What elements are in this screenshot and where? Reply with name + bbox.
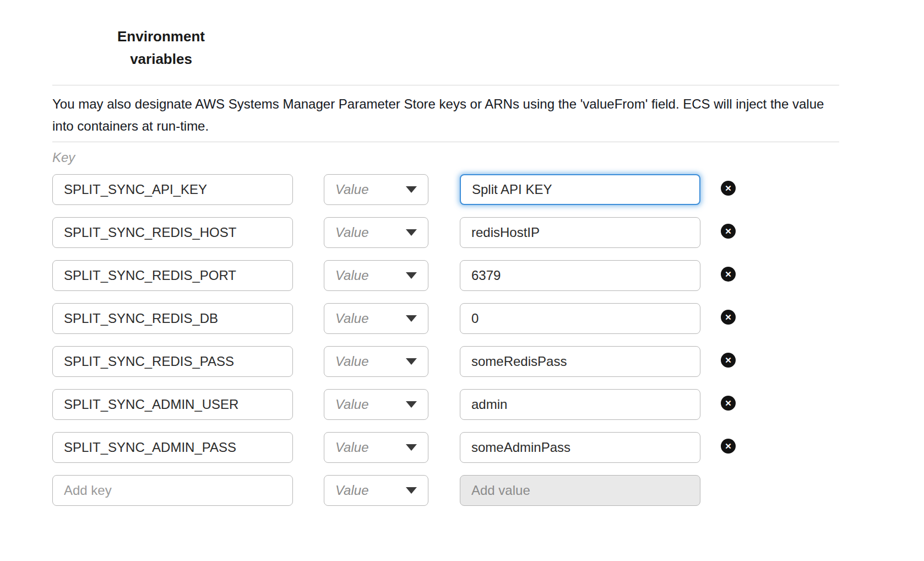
caret-down-icon bbox=[406, 487, 417, 494]
add-value-input[interactable] bbox=[460, 475, 700, 506]
value-type-select[interactable]: Value bbox=[324, 346, 428, 377]
env-key-input[interactable] bbox=[52, 346, 293, 377]
value-type-label: Value bbox=[335, 354, 369, 369]
circle-x-icon: ✕ bbox=[721, 396, 736, 411]
caret-down-icon bbox=[406, 229, 417, 236]
env-var-row: Value ✕ bbox=[52, 389, 924, 420]
remove-row-button[interactable]: ✕ bbox=[721, 224, 736, 239]
value-type-select[interactable]: Value bbox=[324, 475, 428, 506]
caret-down-icon bbox=[406, 186, 417, 193]
circle-x-icon: ✕ bbox=[721, 181, 736, 196]
remove-row-button[interactable]: ✕ bbox=[721, 310, 736, 325]
env-key-input[interactable] bbox=[52, 303, 293, 334]
circle-x-icon: ✕ bbox=[721, 310, 736, 325]
env-var-row: Value ✕ bbox=[52, 346, 924, 377]
value-type-label: Value bbox=[335, 483, 369, 498]
env-value-input[interactable] bbox=[460, 432, 700, 463]
circle-x-icon: ✕ bbox=[721, 267, 736, 282]
env-value-input[interactable] bbox=[460, 174, 700, 205]
divider-mid bbox=[52, 142, 839, 142]
key-column-header: Key bbox=[52, 150, 924, 165]
environment-variables-label: Environment variables bbox=[102, 25, 220, 71]
caret-down-icon bbox=[406, 444, 417, 451]
caret-down-icon bbox=[406, 358, 417, 365]
env-value-input[interactable] bbox=[460, 389, 700, 420]
value-type-label: Value bbox=[335, 182, 369, 197]
value-type-select[interactable]: Value bbox=[324, 303, 428, 334]
env-var-row: Value ✕ bbox=[52, 432, 924, 463]
value-type-label: Value bbox=[335, 225, 369, 240]
env-var-row: Value ✕ bbox=[52, 174, 924, 205]
env-var-row: Value ✕ bbox=[52, 260, 924, 291]
value-type-select[interactable]: Value bbox=[324, 432, 428, 463]
env-key-input[interactable] bbox=[52, 260, 293, 291]
env-var-row: Value ✕ bbox=[52, 217, 924, 248]
add-key-input[interactable] bbox=[52, 475, 293, 506]
divider-top bbox=[52, 85, 839, 85]
env-var-list: Value ✕ Value ✕ Value ✕ Value bbox=[0, 174, 924, 463]
env-key-input[interactable] bbox=[52, 432, 293, 463]
env-var-add-row: Value bbox=[52, 475, 924, 506]
circle-x-icon: ✕ bbox=[721, 439, 736, 454]
env-var-row: Value ✕ bbox=[52, 303, 924, 334]
env-key-input[interactable] bbox=[52, 174, 293, 205]
caret-down-icon bbox=[406, 272, 417, 279]
remove-row-button[interactable]: ✕ bbox=[721, 353, 736, 368]
caret-down-icon bbox=[406, 315, 417, 322]
value-type-select[interactable]: Value bbox=[324, 260, 428, 291]
env-value-input[interactable] bbox=[460, 217, 700, 248]
value-type-label: Value bbox=[335, 440, 369, 455]
remove-row-button[interactable]: ✕ bbox=[721, 181, 736, 196]
value-type-label: Value bbox=[335, 268, 369, 283]
remove-row-button[interactable]: ✕ bbox=[721, 267, 736, 282]
help-text: You may also designate AWS Systems Manag… bbox=[52, 93, 841, 137]
circle-x-icon: ✕ bbox=[721, 353, 736, 368]
env-key-input[interactable] bbox=[52, 389, 293, 420]
value-type-select[interactable]: Value bbox=[324, 389, 428, 420]
env-value-input[interactable] bbox=[460, 303, 700, 334]
remove-row-button[interactable]: ✕ bbox=[721, 439, 736, 454]
value-type-select[interactable]: Value bbox=[324, 174, 428, 205]
value-type-label: Value bbox=[335, 397, 369, 412]
env-value-input[interactable] bbox=[460, 346, 700, 377]
env-key-input[interactable] bbox=[52, 217, 293, 248]
value-type-select[interactable]: Value bbox=[324, 217, 428, 248]
value-type-label: Value bbox=[335, 311, 369, 326]
caret-down-icon bbox=[406, 401, 417, 408]
circle-x-icon: ✕ bbox=[721, 224, 736, 239]
env-value-input[interactable] bbox=[460, 260, 700, 291]
remove-row-button[interactable]: ✕ bbox=[721, 396, 736, 411]
